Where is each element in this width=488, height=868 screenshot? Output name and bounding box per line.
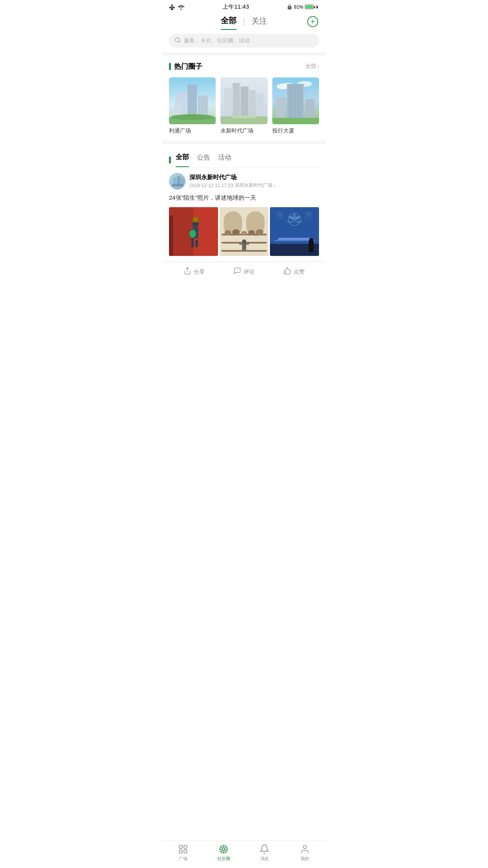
svg-line-90 (225, 850, 226, 852)
nav-item-community[interactable]: 社区圈 (204, 844, 244, 862)
comment-label: 评论 (244, 268, 255, 276)
svg-rect-79 (179, 845, 182, 848)
svg-rect-48 (191, 238, 194, 247)
svg-point-51 (189, 230, 196, 238)
hot-circles-header: 热门圈子 全部 › (169, 62, 319, 71)
svg-point-64 (248, 230, 255, 235)
add-button[interactable] (306, 15, 319, 28)
svg-rect-29 (288, 84, 291, 120)
post-meta: 2018-12-12 11:17:23 深圳永新时代广场 › (189, 182, 275, 189)
post-image-1[interactable] (169, 207, 218, 256)
svg-rect-34 (276, 97, 286, 121)
svg-rect-77 (309, 241, 314, 252)
hot-circles-more[interactable]: 全部 › (305, 63, 319, 70)
svg-rect-13 (224, 88, 232, 121)
post-location-link[interactable]: 深圳永新时代广场 › (235, 182, 275, 189)
svg-rect-75 (278, 238, 311, 240)
svg-point-61 (224, 230, 231, 235)
hot-circles-title-text: 热门圈子 (174, 62, 202, 71)
post-author-info: 深圳永新时代广场 2018-12-12 11:17:23 深圳永新时代广场 › (189, 174, 275, 189)
content-tab-all[interactable]: 全部 (176, 153, 189, 167)
svg-rect-33 (299, 84, 302, 120)
svg-rect-41 (172, 184, 183, 186)
svg-rect-31 (294, 84, 296, 120)
circle-image-3 (272, 77, 319, 124)
svg-rect-80 (184, 845, 187, 848)
tab-follow[interactable]: 关注 (251, 16, 267, 29)
svg-rect-23 (231, 115, 257, 118)
status-bar: 上午11:43 91% (163, 0, 325, 12)
status-left-icons (169, 4, 185, 10)
content-section: 全部 公告 活动 (163, 147, 325, 281)
svg-line-89 (221, 846, 222, 848)
tab-all[interactable]: 全部 (221, 15, 237, 30)
header: 全部 | 关注 (163, 12, 325, 30)
hot-circles-section: 热门圈子 全部 › (163, 55, 325, 141)
post-author: 深圳永新时代广场 2018-12-12 11:17:23 深圳永新时代广场 › (169, 173, 319, 189)
circle-item-1[interactable]: 利通广场 (169, 77, 216, 134)
svg-rect-21 (236, 88, 237, 89)
circles-grid: 利通广场 (169, 77, 319, 134)
nav-label-mine: 我的 (301, 856, 309, 862)
chevron-right-icon: › (317, 63, 319, 70)
community-nav-icon (218, 844, 229, 854)
svg-rect-81 (179, 850, 182, 853)
svg-rect-30 (291, 84, 293, 120)
post-image-3[interactable] (270, 207, 319, 256)
content-tabs: 全部 公告 活动 (163, 147, 325, 167)
search-bar-container: 服务、卡片、社区圈、活动 (163, 30, 325, 52)
bottom-nav: 广场 社区圈 消息 我的 (163, 840, 325, 868)
circle-item-2[interactable]: 永新时代广场 (220, 77, 267, 134)
svg-line-91 (225, 846, 226, 848)
svg-point-93 (303, 845, 307, 849)
square-nav-icon (178, 844, 188, 854)
svg-point-67 (242, 239, 246, 243)
nav-item-mine[interactable]: 我的 (285, 844, 326, 862)
svg-rect-60 (222, 250, 266, 252)
svg-rect-32 (297, 84, 299, 120)
content-tab-notice[interactable]: 公告 (197, 153, 210, 167)
nav-item-square[interactable]: 广场 (163, 844, 204, 862)
post-title: 24张"陌生"照片，讲述地球的一天 (169, 193, 319, 202)
nav-item-message[interactable]: 消息 (244, 844, 285, 862)
search-bar[interactable]: 服务、卡片、社区圈、活动 (169, 34, 319, 48)
share-button[interactable]: 分享 (169, 267, 219, 277)
svg-rect-68 (242, 243, 246, 250)
circle-label-1: 利通广场 (169, 127, 216, 134)
battery-percent: 91% (294, 4, 303, 10)
svg-point-65 (256, 229, 263, 235)
circle-image-2 (220, 77, 267, 124)
post-datetime: 2018-12-12 11:17:23 (189, 183, 233, 188)
title-accent-dot (169, 63, 171, 70)
action-bar: 分享 评论 点赞 (163, 262, 325, 281)
svg-point-78 (309, 238, 313, 242)
header-tabs: 全部 | 关注 (221, 15, 267, 30)
battery-icon (305, 5, 314, 9)
like-icon (283, 267, 291, 277)
svg-rect-82 (184, 850, 187, 853)
content-title-dot (169, 156, 171, 164)
mine-nav-icon (300, 844, 310, 854)
message-nav-icon (259, 844, 270, 854)
svg-line-92 (221, 850, 222, 852)
content-tabs-title-area (169, 156, 171, 164)
svg-point-0 (175, 38, 180, 42)
search-icon (174, 37, 181, 44)
circle-label-3: 投行大厦 (272, 127, 319, 134)
status-time: 上午11:43 (222, 3, 249, 11)
lock-icon (287, 4, 292, 10)
like-label: 点赞 (294, 268, 305, 276)
share-icon (183, 267, 191, 277)
add-circle-icon (307, 16, 318, 27)
content-tab-activity[interactable]: 活动 (218, 153, 231, 167)
svg-rect-20 (234, 88, 235, 89)
post-author-name: 深圳永新时代广场 (189, 174, 275, 181)
like-button[interactable]: 点赞 (269, 267, 319, 277)
post-image-2[interactable] (220, 207, 269, 256)
svg-rect-19 (236, 85, 237, 86)
header-divider: | (243, 17, 245, 29)
comment-button[interactable]: 评论 (219, 267, 269, 277)
circle-image-1 (169, 77, 216, 124)
wifi-icon (178, 4, 185, 10)
circle-item-3[interactable]: 投行大厦 (272, 77, 319, 134)
